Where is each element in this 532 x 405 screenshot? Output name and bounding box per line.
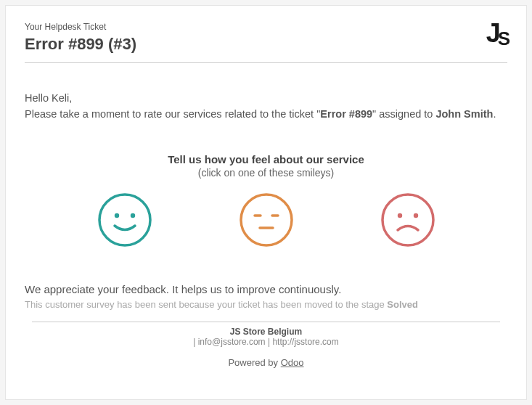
assignee-name: John Smith bbox=[435, 108, 493, 120]
logo-letter-j: J bbox=[486, 18, 498, 48]
ticket-card: Your Helpdesk Ticket Error #899 (#3) JS … bbox=[5, 5, 527, 400]
svg-point-9 bbox=[413, 213, 417, 217]
ticket-name: Error #899 bbox=[320, 108, 372, 120]
svg-point-3 bbox=[241, 195, 292, 245]
rating-request-suffix: . bbox=[493, 108, 496, 120]
contact-sep2: | bbox=[266, 337, 273, 347]
smiley-neutral[interactable] bbox=[238, 192, 295, 251]
neutral-face-icon bbox=[238, 192, 295, 248]
company-logo: JS bbox=[486, 22, 507, 45]
header-text-block: Your Helpdesk Ticket Error #899 (#3) bbox=[25, 22, 486, 54]
rating-subtitle: (click on one of these smileys) bbox=[25, 167, 507, 179]
appreciation-text: We appreciate your feedback. It helps us… bbox=[25, 283, 507, 295]
happy-face-icon bbox=[97, 192, 153, 248]
company-website: http://jsstore.com bbox=[272, 337, 338, 347]
sad-face-icon bbox=[380, 192, 436, 248]
logo-letter-s: S bbox=[498, 28, 507, 49]
smiley-happy[interactable] bbox=[97, 192, 153, 251]
rating-request-mid: " assigned to bbox=[372, 108, 435, 120]
svg-point-7 bbox=[382, 195, 433, 245]
svg-point-1 bbox=[114, 213, 118, 217]
smiley-sad[interactable] bbox=[380, 192, 436, 251]
company-email: info@jsstore.com bbox=[198, 337, 266, 347]
svg-point-0 bbox=[99, 195, 150, 245]
company-footer: JS Store Belgium | info@jsstore.com | ht… bbox=[25, 327, 507, 347]
survey-reason: This customer survey has been sent becau… bbox=[25, 299, 507, 310]
powered-brand-link[interactable]: Odoo bbox=[281, 357, 304, 368]
stage-name: Solved bbox=[387, 299, 418, 310]
rating-title: Tell us how you feel about our service bbox=[25, 153, 507, 165]
footer-divider bbox=[32, 322, 500, 322]
hello-suffix: , bbox=[69, 92, 72, 104]
hello-prefix: Hello bbox=[25, 92, 52, 104]
company-contact: | info@jsstore.com | http://jsstore.com bbox=[25, 337, 507, 347]
survey-reason-prefix: This customer survey has been sent becau… bbox=[25, 299, 387, 310]
header-subtitle: Your Helpdesk Ticket bbox=[25, 22, 486, 32]
svg-point-8 bbox=[397, 213, 401, 217]
recipient-name: Keli bbox=[52, 92, 69, 104]
rating-prompt: Tell us how you feel about our service (… bbox=[25, 153, 507, 179]
page-title: Error #899 (#3) bbox=[25, 35, 486, 54]
powered-by: Powered by Odoo bbox=[25, 357, 507, 368]
header-divider bbox=[25, 62, 507, 63]
header: Your Helpdesk Ticket Error #899 (#3) JS bbox=[25, 22, 507, 54]
greeting-block: Hello Keli, Please take a moment to rate… bbox=[25, 91, 507, 123]
powered-prefix: Powered by bbox=[228, 357, 280, 368]
company-name: JS Store Belgium bbox=[25, 327, 507, 337]
rating-request-prefix: Please take a moment to rate our service… bbox=[25, 108, 320, 120]
svg-point-2 bbox=[130, 213, 134, 217]
smileys-row bbox=[54, 192, 478, 251]
